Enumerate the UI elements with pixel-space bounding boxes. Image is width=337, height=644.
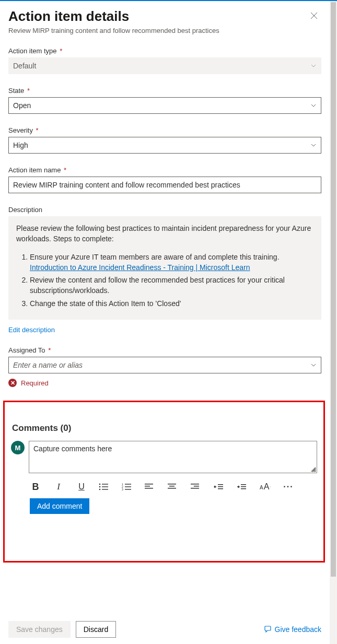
svg-rect-5 xyxy=(102,489,108,489)
svg-rect-3 xyxy=(102,486,108,487)
svg-rect-25 xyxy=(241,486,246,487)
italic-button[interactable]: I xyxy=(53,482,64,492)
assigned-to-input[interactable]: Enter a name or alias xyxy=(8,357,321,373)
font-size-button[interactable]: AA xyxy=(260,482,271,491)
name-value: Review MIRP training content and follow … xyxy=(13,181,240,189)
type-label: Action item type * xyxy=(8,47,321,55)
state-value: Open xyxy=(13,101,31,110)
align-left-button[interactable] xyxy=(145,484,156,490)
chevron-down-icon xyxy=(310,361,317,370)
type-value: Default xyxy=(13,62,36,70)
svg-rect-16 xyxy=(169,486,175,487)
svg-rect-20 xyxy=(191,488,199,489)
description-intro: Please review the following best practic… xyxy=(16,223,313,244)
description-box: Please review the following best practic… xyxy=(8,216,321,320)
svg-point-4 xyxy=(99,489,101,490)
svg-rect-15 xyxy=(168,484,176,485)
comment-placeholder: Capture comments here xyxy=(33,444,112,453)
chevron-down-icon xyxy=(310,62,317,71)
outdent-button[interactable] xyxy=(214,484,225,490)
state-label: State * xyxy=(8,87,321,95)
svg-point-2 xyxy=(99,486,101,488)
close-icon xyxy=(310,12,318,19)
chevron-down-icon xyxy=(310,142,317,150)
close-button[interactable] xyxy=(307,8,321,23)
bold-button[interactable]: B xyxy=(30,482,41,493)
svg-rect-24 xyxy=(241,484,246,485)
severity-value: High xyxy=(13,141,28,149)
edit-description-link[interactable]: Edit description xyxy=(8,326,55,334)
name-input[interactable]: Review MIRP training content and follow … xyxy=(8,177,321,193)
svg-rect-23 xyxy=(218,488,223,489)
save-changes-button: Save changes xyxy=(8,621,71,638)
scrollbar-thumb[interactable] xyxy=(331,2,336,577)
svg-rect-26 xyxy=(241,488,246,489)
underline-button[interactable]: U xyxy=(76,482,87,491)
rich-text-toolbar: B I U 123 AA ··· xyxy=(30,481,317,493)
page-title: Action item details xyxy=(8,8,219,25)
state-select[interactable]: Open xyxy=(8,97,321,114)
svg-rect-11 xyxy=(125,489,131,489)
required-error: ✕ Required xyxy=(8,379,321,387)
panel-footer: Save changes Discard Give feedback xyxy=(0,615,330,644)
comment-textarea[interactable]: Capture comments here xyxy=(29,441,317,473)
description-label: Description xyxy=(8,206,321,214)
svg-rect-12 xyxy=(145,484,153,485)
svg-rect-22 xyxy=(218,486,223,487)
avatar: M xyxy=(11,441,25,454)
comments-highlight: Comments (0) M Capture comments here B I… xyxy=(3,401,325,563)
add-comment-button[interactable]: Add comment xyxy=(30,498,89,514)
svg-rect-14 xyxy=(145,488,153,489)
description-step-2: Review the content and follow the recomm… xyxy=(30,275,313,296)
severity-select[interactable]: High xyxy=(8,137,321,154)
assigned-placeholder: Enter a name or alias xyxy=(13,361,83,369)
svg-rect-7 xyxy=(125,484,131,484)
svg-rect-1 xyxy=(102,484,108,484)
assigned-label: Assigned To * xyxy=(8,346,321,354)
description-step-3: Change the state of this Action Item to … xyxy=(30,298,313,309)
chevron-down-icon xyxy=(310,102,317,110)
scrollbar-track[interactable] xyxy=(330,1,337,644)
give-feedback-link[interactable]: Give feedback xyxy=(263,625,322,634)
training-link[interactable]: Introduction to Azure Incident Readiness… xyxy=(30,263,250,272)
description-step-1: Ensure your Azure IT team members are aw… xyxy=(30,252,313,273)
svg-text:3: 3 xyxy=(122,488,123,490)
type-select: Default xyxy=(8,57,321,74)
align-center-button[interactable] xyxy=(168,484,179,490)
discard-button[interactable]: Discard xyxy=(76,621,116,638)
error-icon: ✕ xyxy=(8,379,17,387)
page-subtitle: Review MIRP training content and follow … xyxy=(8,27,219,34)
comments-title: Comments (0) xyxy=(12,423,317,434)
name-label: Action item name * xyxy=(8,166,321,174)
feedback-icon xyxy=(263,625,272,634)
bullet-list-button[interactable] xyxy=(99,483,110,490)
svg-rect-9 xyxy=(125,486,131,487)
svg-rect-17 xyxy=(168,488,176,489)
svg-point-0 xyxy=(99,484,101,485)
svg-rect-13 xyxy=(145,486,150,487)
align-right-button[interactable] xyxy=(191,484,202,490)
svg-rect-18 xyxy=(191,484,199,485)
svg-rect-21 xyxy=(218,484,223,485)
severity-label: Severity * xyxy=(8,126,321,134)
numbered-list-button[interactable]: 123 xyxy=(122,483,133,490)
more-options-button[interactable]: ··· xyxy=(283,482,294,491)
svg-rect-19 xyxy=(194,486,199,487)
indent-button[interactable] xyxy=(237,484,248,490)
